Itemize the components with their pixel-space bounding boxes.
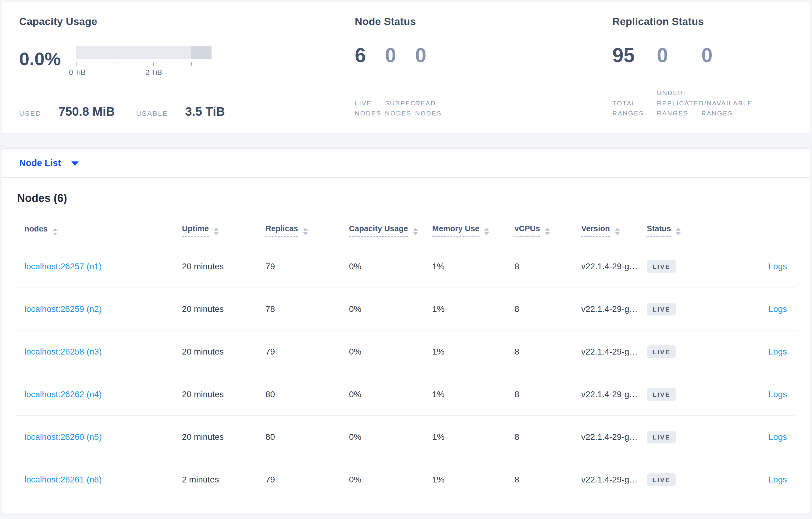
usable-value: 3.5 TiB [185,105,225,119]
cell-status: LIVE [647,245,737,288]
cell-replicas: 78 [265,288,349,331]
status-badge: LIVE [647,388,676,401]
column-label: Uptime [182,224,209,237]
capacity-percent: 0.0% [19,50,76,68]
capacity-gauge: 0.0% 0 TiB 2 TiB [19,46,338,77]
cell-version: v22.1.4-29-g… [581,331,647,373]
cell-version: v22.1.4-29-g… [581,416,647,458]
status-badge: LIVE [647,303,676,315]
chevron-down-icon [71,161,79,166]
column-header-vcpus[interactable]: vCPUs [515,215,581,245]
status-badge: LIVE [647,260,676,273]
status-badge: LIVE [647,431,676,444]
axis-tick-label: 0 TiB [69,68,86,77]
cell-status: LIVE [647,373,737,416]
cell-capacity-usage: 0% [349,245,432,288]
column-header-version[interactable]: Version [581,215,647,245]
cell-replicas: 80 [265,416,349,458]
nodes-section-title: Nodes (6) [17,192,795,205]
axis-tick-label: 2 TiB [145,68,162,77]
logs-link[interactable]: Logs [768,432,787,441]
cell-logs: Logs [737,416,795,458]
cell-capacity-usage: 0% [349,288,432,331]
replication-metric-label-0: TOTAL RANGES [612,98,657,119]
axis-tick [153,62,154,66]
capacity-usage-section: Capacity Usage 0.0% 0 TiB 2 TiB [19,16,338,119]
view-selector-bar: Node List [2,148,810,178]
cell-version: v22.1.4-29-g… [581,373,647,416]
axis-tick [191,62,192,66]
column-header-capacity-usage[interactable]: Capacity Usage [349,215,432,245]
cell-status: LIVE [647,288,737,331]
cell-memory-use: 1% [432,416,515,458]
replication-metric-label-2: UNAVAILABLE RANGES [701,98,746,119]
cell-uptime: 20 minutes [182,416,265,458]
cell-capacity-usage: 0% [349,416,432,458]
logs-link[interactable]: Logs [768,475,787,484]
cell-vcpus: 8 [515,245,581,288]
node-status-values: 600 [355,45,597,65]
node-link[interactable]: localhost:26262 (n4) [24,390,102,399]
cell-replicas: 80 [265,373,349,416]
cell-uptime: 20 minutes [182,245,265,288]
cell-version: v22.1.4-29-g… [581,288,647,331]
node-link[interactable]: localhost:26259 (n2) [24,304,102,314]
cell-replicas: 79 [265,331,349,373]
capacity-reserved-bar [191,46,211,59]
cell-node-address: localhost:26257 (n1) [17,245,182,288]
cell-version: v22.1.4-29-g… [581,245,647,288]
cell-memory-use: 1% [432,331,515,373]
replication-metric-value-0: 95 [612,45,657,65]
cell-memory-use: 1% [432,373,515,416]
node-status-section: Node Status 600 LIVE NODESSUSPECT NODESD… [338,16,597,119]
table-row: localhost:26260 (n5)20 minutes800%1%8v22… [17,416,795,458]
column-header-actions [737,215,795,245]
capacity-axis: 0 TiB 2 TiB [76,59,211,77]
capacity-usage-title: Capacity Usage [19,16,338,27]
replication-metric-label-1: UNDER-REPLICATED RANGES [657,88,701,119]
cell-uptime: 2 minutes [182,458,265,501]
cell-version: v22.1.4-29-g… [581,458,647,501]
used-value: 750.8 MiB [59,105,115,119]
sort-icon [214,228,219,235]
cell-logs: Logs [737,288,795,331]
node-link[interactable]: localhost:26261 (n6) [24,475,102,484]
node_status-metric-label-2: DEAD NODES [415,98,445,119]
cell-memory-use: 1% [432,458,515,501]
node-list-dropdown[interactable]: Node List [19,158,79,168]
cell-capacity-usage: 0% [349,373,432,416]
cell-vcpus: 8 [515,458,581,501]
column-header-memory-use[interactable]: Memory Use [432,215,515,245]
column-header-uptime[interactable]: Uptime [182,215,265,245]
node-status-title: Node Status [355,16,597,27]
column-header-replicas[interactable]: Replicas [265,215,349,245]
logs-link[interactable]: Logs [768,390,787,399]
replication-metric-value-2: 0 [701,45,746,65]
logs-link[interactable]: Logs [768,347,787,356]
nodes-table-card: Nodes (6) nodesUptimeReplicasCapacity Us… [2,178,810,515]
sort-icon [676,228,680,235]
cell-logs: Logs [737,458,795,501]
page: Capacity Usage 0.0% 0 TiB 2 TiB [0,0,812,515]
node-link[interactable]: localhost:26257 (n1) [24,262,102,271]
column-header-nodes[interactable]: nodes [17,215,182,245]
usable-label: USABLE [136,110,168,118]
capacity-bar: 0 TiB 2 TiB [76,46,211,77]
status-badge: LIVE [647,345,676,358]
node-link[interactable]: localhost:26258 (n3) [24,347,102,356]
sort-icon [413,228,418,235]
cell-status: LIVE [647,416,737,458]
node-status-labels: LIVE NODESSUSPECT NODESDEAD NODES [355,98,597,119]
axis-tick [115,62,115,66]
logs-link[interactable]: Logs [768,262,787,271]
column-label: Version [581,224,610,237]
cell-status: LIVE [647,331,737,373]
sort-icon [53,228,58,236]
logs-link[interactable]: Logs [768,304,787,314]
column-label: Status [647,224,671,237]
column-header-status[interactable]: Status [647,215,737,245]
cell-vcpus: 8 [515,373,581,416]
node-link[interactable]: localhost:26260 (n5) [24,432,102,441]
sort-icon [545,228,550,235]
column-label: nodes [24,224,48,236]
